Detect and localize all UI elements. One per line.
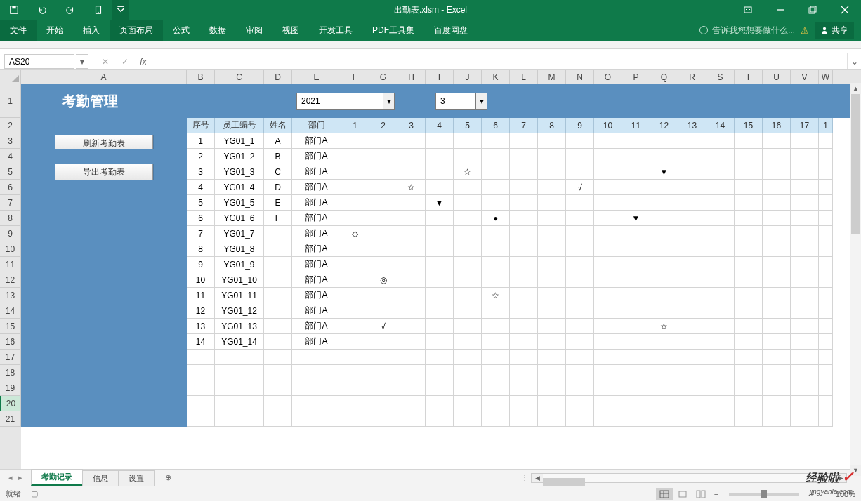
cell-R6[interactable]: [678, 180, 706, 195]
enter-formula-button[interactable]: ✓: [115, 53, 135, 69]
cell-G20[interactable]: [369, 396, 397, 411]
col-header-I[interactable]: I: [426, 70, 454, 84]
cell-I9[interactable]: [426, 226, 454, 241]
cell-O12[interactable]: [594, 272, 622, 288]
cell-W15[interactable]: [819, 319, 833, 334]
ribbon-tab-0[interactable]: 文件: [0, 20, 37, 41]
cell-O20[interactable]: [594, 396, 622, 411]
cell-P5[interactable]: [622, 164, 650, 180]
ribbon-tab-3[interactable]: 页面布局: [110, 20, 163, 41]
cell-Q6[interactable]: [650, 180, 678, 195]
row-header-10[interactable]: 10: [0, 241, 21, 257]
cell-L2[interactable]: 7: [510, 118, 538, 133]
name-box[interactable]: AS20: [4, 54, 74, 69]
cell-B2[interactable]: 序号: [187, 118, 215, 133]
cell-B5[interactable]: 3: [187, 164, 215, 180]
cell-O17[interactable]: [594, 350, 622, 365]
export-attendance-button[interactable]: 导出考勤表: [55, 164, 153, 180]
cell-C10[interactable]: YG01_8: [215, 241, 264, 257]
cell-Q5[interactable]: ▼: [650, 164, 678, 180]
sheet-nav[interactable]: ◂▸: [0, 473, 31, 482]
cell-O9[interactable]: [594, 226, 622, 241]
cell-D17[interactable]: [264, 350, 292, 365]
cell-F12[interactable]: [341, 272, 369, 288]
cell-S16[interactable]: [706, 334, 735, 350]
cell-W20[interactable]: [819, 396, 833, 411]
row-header-8[interactable]: 8: [0, 211, 21, 226]
cell-M12[interactable]: [538, 272, 566, 288]
cell-G3[interactable]: [369, 133, 397, 149]
row-header-4[interactable]: 4: [0, 149, 21, 164]
cell-J4[interactable]: [454, 149, 482, 164]
cell-M6[interactable]: [538, 180, 566, 195]
cell-L5[interactable]: [510, 164, 538, 180]
cell-B11[interactable]: 9: [187, 257, 215, 272]
cell-V20[interactable]: [791, 396, 819, 411]
cell-U19[interactable]: [763, 380, 791, 396]
cell-I14[interactable]: [426, 303, 454, 319]
cell-I15[interactable]: [426, 319, 454, 334]
cell-H4[interactable]: [397, 149, 426, 164]
cell-T14[interactable]: [735, 303, 763, 319]
normal-view-button[interactable]: [656, 488, 673, 500]
cell-F4[interactable]: [341, 149, 369, 164]
cell-B4[interactable]: 2: [187, 149, 215, 164]
cell-B20[interactable]: [187, 396, 215, 411]
qat-customize-button[interactable]: [112, 0, 129, 20]
cell-M16[interactable]: [538, 334, 566, 350]
cell-S18[interactable]: [706, 365, 735, 380]
col-header-T[interactable]: T: [735, 70, 763, 84]
cell-H2[interactable]: 3: [397, 118, 426, 133]
cell-T5[interactable]: [735, 164, 763, 180]
cell-I7[interactable]: ▼: [426, 195, 454, 211]
cell-K8[interactable]: ●: [482, 211, 510, 226]
cell-H7[interactable]: [397, 195, 426, 211]
cell-M15[interactable]: [538, 319, 566, 334]
cell-P19[interactable]: [622, 380, 650, 396]
cell-H9[interactable]: [397, 226, 426, 241]
cell-G21[interactable]: [369, 411, 397, 427]
cell-Q19[interactable]: [650, 380, 678, 396]
cell-N3[interactable]: [566, 133, 594, 149]
cell-G15[interactable]: √: [369, 319, 397, 334]
cell-S13[interactable]: [706, 288, 735, 303]
cell-T15[interactable]: [735, 319, 763, 334]
cell-W21[interactable]: [819, 411, 833, 427]
cell-C13[interactable]: YG01_11: [215, 288, 264, 303]
cell-R8[interactable]: [678, 211, 706, 226]
cell-L17[interactable]: [510, 350, 538, 365]
cell-F14[interactable]: [341, 303, 369, 319]
cell-E6[interactable]: 部门A: [292, 180, 341, 195]
cell-F15[interactable]: [341, 319, 369, 334]
row-header-6[interactable]: 6: [0, 180, 21, 195]
col-header-N[interactable]: N: [566, 70, 594, 84]
cell-K6[interactable]: [482, 180, 510, 195]
cell-S8[interactable]: [706, 211, 735, 226]
cell-W2[interactable]: 1: [819, 118, 833, 133]
cell-G12[interactable]: ◎: [369, 272, 397, 288]
cell-F13[interactable]: [341, 288, 369, 303]
cell-G17[interactable]: [369, 350, 397, 365]
cell-L11[interactable]: [510, 257, 538, 272]
cell-G13[interactable]: [369, 288, 397, 303]
cell-S15[interactable]: [706, 319, 735, 334]
cell-P6[interactable]: [622, 180, 650, 195]
cell-H14[interactable]: [397, 303, 426, 319]
col-header-B[interactable]: B: [187, 70, 215, 84]
cell-R17[interactable]: [678, 350, 706, 365]
cell-F6[interactable]: [341, 180, 369, 195]
cell-U8[interactable]: [763, 211, 791, 226]
cell-T19[interactable]: [735, 380, 763, 396]
cell-H20[interactable]: [397, 396, 426, 411]
cell-C5[interactable]: YG01_3: [215, 164, 264, 180]
cell-G9[interactable]: [369, 226, 397, 241]
cell-N14[interactable]: [566, 303, 594, 319]
cell-N9[interactable]: [566, 226, 594, 241]
cell-C3[interactable]: YG01_1: [215, 133, 264, 149]
cell-E4[interactable]: 部门A: [292, 149, 341, 164]
cell-I16[interactable]: [426, 334, 454, 350]
cell-D3[interactable]: A: [264, 133, 292, 149]
cell-H11[interactable]: [397, 257, 426, 272]
cell-Q2[interactable]: 12: [650, 118, 678, 133]
cell-O14[interactable]: [594, 303, 622, 319]
